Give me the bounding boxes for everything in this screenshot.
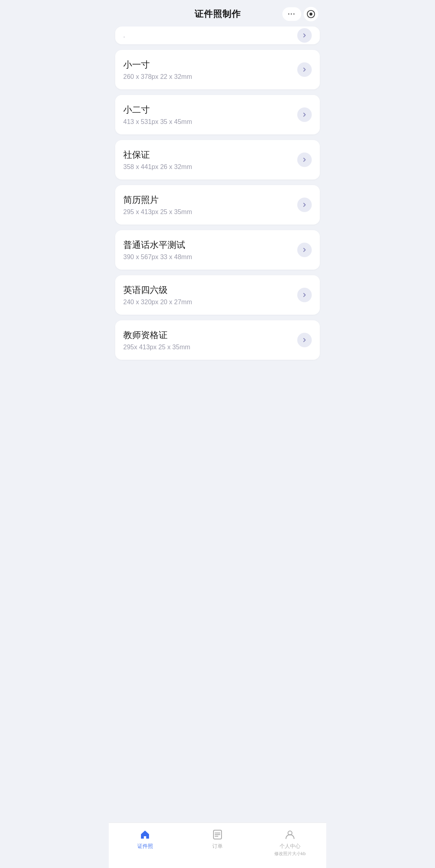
tab-label-ding-dan: 订单 bbox=[212, 843, 223, 850]
page-title: 证件照制作 bbox=[195, 8, 241, 20]
item-spec-xiao-yi-cun: 260 x 378px 22 x 32mm bbox=[123, 73, 192, 80]
tab-ding-dan[interactable]: 订单 bbox=[181, 829, 254, 850]
item-text-xiao-yi-cun: 小一寸 260 x 378px 22 x 32mm bbox=[123, 59, 192, 80]
chevron-icon-jiao-shi-zi-ge-zheng bbox=[297, 333, 312, 347]
tab-person-icon bbox=[284, 829, 296, 841]
item-name-xiao-er-cun: 小二寸 bbox=[123, 104, 192, 116]
item-spec-xiao-er-cun: 413 x 531px 35 x 45mm bbox=[123, 118, 192, 126]
item-name-xiao-yi-cun: 小一寸 bbox=[123, 59, 192, 71]
tab-order-icon bbox=[211, 829, 224, 841]
chevron-icon-pu-tong-hua bbox=[297, 243, 312, 257]
item-spec-ying-yu-si-liu-ji: 240 x 320px 20 x 27mm bbox=[123, 299, 192, 306]
partial-item-spec: . bbox=[123, 32, 125, 39]
chevron-icon-xiao-yi-cun bbox=[297, 62, 312, 77]
tab-label-ge-ren-zhong-xin: 个人中心 bbox=[280, 843, 300, 850]
item-text-xiao-er-cun: 小二寸 413 x 531px 35 x 45mm bbox=[123, 104, 192, 126]
header: 证件照制作 ··· bbox=[109, 0, 326, 27]
item-text-jiao-shi-zi-ge-zheng: 教师资格证 295x 413px 25 x 35mm bbox=[123, 329, 190, 351]
item-name-ying-yu-si-liu-ji: 英语四六级 bbox=[123, 284, 192, 296]
item-text-she-bao-zheng: 社保证 358 x 441px 26 x 32mm bbox=[123, 149, 192, 171]
partial-list-item[interactable]: . bbox=[115, 27, 320, 44]
chevron-icon-jian-li-zhao-pian bbox=[297, 198, 312, 212]
item-name-pu-tong-hua: 普通话水平测试 bbox=[123, 239, 192, 251]
camera-icon bbox=[307, 10, 315, 19]
item-text-jian-li-zhao-pian: 简历照片 295 x 413px 25 x 35mm bbox=[123, 194, 192, 216]
content-area: . 小一寸 260 x 378px 22 x 32mm 小二寸 413 x 53… bbox=[109, 27, 326, 868]
chevron-icon-she-bao-zheng bbox=[297, 153, 312, 167]
chevron-icon-xiao-er-cun bbox=[297, 107, 312, 122]
item-spec-pu-tong-hua: 390 x 567px 33 x 48mm bbox=[123, 254, 192, 261]
tab-ge-ren-zhong-xin[interactable]: 个人中心 修改照片大小kb bbox=[254, 829, 326, 857]
list-item-jiao-shi-zi-ge-zheng[interactable]: 教师资格证 295x 413px 25 x 35mm bbox=[115, 320, 320, 360]
list-item-she-bao-zheng[interactable]: 社保证 358 x 441px 26 x 32mm bbox=[115, 140, 320, 179]
tab-bar: 证件照 订单 个人中心 修改照片大小kb bbox=[109, 823, 326, 868]
item-text-pu-tong-hua: 普通话水平测试 390 x 567px 33 x 48mm bbox=[123, 239, 192, 261]
chevron-icon-ying-yu-si-liu-ji bbox=[297, 288, 312, 302]
tab-home-icon bbox=[139, 829, 151, 841]
partial-item-text: . bbox=[123, 32, 125, 39]
more-button[interactable]: ··· bbox=[282, 7, 301, 21]
list-item-jian-li-zhao-pian[interactable]: 简历照片 295 x 413px 25 x 35mm bbox=[115, 185, 320, 225]
tab-zheng-jian-zhao[interactable]: 证件照 bbox=[109, 829, 181, 850]
item-spec-jiao-shi-zi-ge-zheng: 295x 413px 25 x 35mm bbox=[123, 344, 190, 351]
item-spec-she-bao-zheng: 358 x 441px 26 x 32mm bbox=[123, 163, 192, 171]
tab-person-col: 个人中心 修改照片大小kb bbox=[274, 843, 306, 857]
tab-label-zheng-jian-zhao: 证件照 bbox=[137, 843, 153, 850]
item-name-she-bao-zheng: 社保证 bbox=[123, 149, 192, 161]
item-text-ying-yu-si-liu-ji: 英语四六级 240 x 320px 20 x 27mm bbox=[123, 284, 192, 306]
item-spec-jian-li-zhao-pian: 295 x 413px 25 x 35mm bbox=[123, 208, 192, 216]
bottom-hint-text: 修改照片大小kb bbox=[274, 851, 306, 857]
list-item-ying-yu-si-liu-ji[interactable]: 英语四六级 240 x 320px 20 x 27mm bbox=[115, 275, 320, 315]
item-name-jiao-shi-zi-ge-zheng: 教师资格证 bbox=[123, 329, 190, 341]
list-item-xiao-yi-cun[interactable]: 小一寸 260 x 378px 22 x 32mm bbox=[115, 50, 320, 89]
items-list: 小一寸 260 x 378px 22 x 32mm 小二寸 413 x 531p… bbox=[115, 50, 320, 360]
camera-button[interactable] bbox=[304, 7, 318, 21]
partial-chevron-icon bbox=[297, 28, 312, 43]
list-item-xiao-er-cun[interactable]: 小二寸 413 x 531px 35 x 45mm bbox=[115, 95, 320, 134]
item-name-jian-li-zhao-pian: 简历照片 bbox=[123, 194, 192, 206]
list-item-pu-tong-hua[interactable]: 普通话水平测试 390 x 567px 33 x 48mm bbox=[115, 230, 320, 270]
header-actions: ··· bbox=[282, 7, 318, 21]
svg-point-1 bbox=[309, 12, 312, 15]
